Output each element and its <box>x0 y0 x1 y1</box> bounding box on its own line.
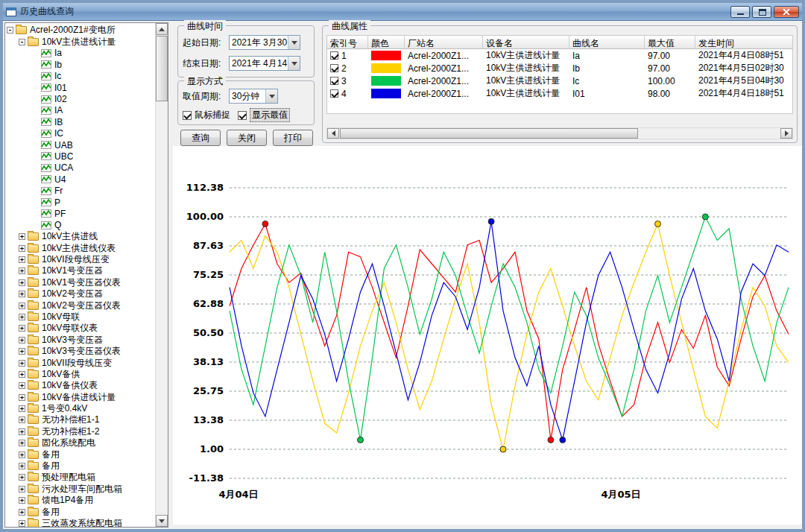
tree-item[interactable]: P <box>7 197 154 208</box>
table-row[interactable]: 3Acrel-2000Z1...10kV主供进线计量Ic100.002021年4… <box>327 75 792 87</box>
tree-item[interactable]: +10kV1号变压器仪表 <box>7 277 154 288</box>
expand-icon[interactable]: + <box>19 337 25 343</box>
expand-icon[interactable]: + <box>19 371 25 378</box>
table-hscrollbar-thumb[interactable] <box>340 128 638 139</box>
collapse-icon[interactable]: - <box>7 27 13 34</box>
show-extremes-checkbox[interactable]: 显示最值 <box>238 108 290 122</box>
tree-item[interactable]: +1号变0.4kV <box>7 403 154 414</box>
print-button[interactable]: 打印 <box>273 130 313 146</box>
row-checkbox[interactable] <box>330 77 338 85</box>
tree-item[interactable]: Ib <box>7 59 154 70</box>
column-header-2[interactable]: 颜色 <box>368 36 405 48</box>
tree-item[interactable]: +10kV主供进线 <box>7 231 154 242</box>
scroll-up-button[interactable] <box>156 23 168 35</box>
tree-item[interactable]: +10kV2号变压器 <box>7 288 154 300</box>
query-button[interactable]: 查询 <box>180 130 221 146</box>
scroll-left-button[interactable] <box>327 128 339 139</box>
expand-icon[interactable]: + <box>19 474 25 481</box>
tree-item[interactable]: +10kV备供进线计量 <box>7 392 154 403</box>
tree-item[interactable]: +10kV母联仪表 <box>7 323 154 334</box>
tree-item[interactable]: +无功补偿柜1-2 <box>7 426 154 437</box>
expand-icon[interactable]: + <box>19 394 25 401</box>
expand-icon[interactable]: + <box>19 463 25 469</box>
expand-icon[interactable]: + <box>19 245 25 252</box>
period-combo[interactable]: 30分钟 <box>229 89 278 104</box>
tree-item[interactable]: +10kV2号变压器仪表 <box>7 300 154 311</box>
tree-item[interactable]: Fr <box>7 185 154 196</box>
row-checkbox[interactable] <box>330 51 338 60</box>
tree-item[interactable]: +预处理配电箱 <box>7 472 154 483</box>
minimize-button[interactable] <box>730 6 750 18</box>
start-date-combo[interactable]: 2021年 3月30 <box>229 35 300 50</box>
tree-item[interactable]: IA <box>7 105 154 116</box>
tree-item[interactable]: +10kV3号变压器 <box>7 335 154 346</box>
expand-icon[interactable]: + <box>19 314 25 320</box>
close-dialog-button[interactable]: 关闭 <box>227 130 267 146</box>
tree-item[interactable]: +馈电1P4备用 <box>7 495 154 506</box>
end-date-combo[interactable]: 2021年 4月14 <box>229 56 300 71</box>
expand-icon[interactable]: + <box>19 279 25 286</box>
expand-icon[interactable]: + <box>19 428 25 435</box>
close-button[interactable] <box>774 6 799 18</box>
start-date-dropdown-button[interactable] <box>288 36 300 49</box>
tree-item[interactable]: I01 <box>7 82 154 93</box>
row-checkbox[interactable] <box>330 89 338 98</box>
tree-item[interactable]: -10kV主供进线计量 <box>7 36 154 47</box>
tree-item[interactable]: I02 <box>7 93 154 104</box>
tree-item[interactable]: +10kV1号变压器 <box>7 265 154 276</box>
expand-icon[interactable]: + <box>19 486 25 493</box>
tree-item[interactable]: +10kVII段母线压变 <box>7 357 154 368</box>
mouse-capture-checkbox[interactable]: 鼠标捕捉 <box>183 109 230 121</box>
tree-item[interactable]: +备用 <box>7 460 154 472</box>
expand-icon[interactable]: + <box>19 256 25 263</box>
tree-item[interactable]: +三效蒸发系统配电箱 <box>7 518 154 527</box>
tree-item[interactable]: +备用 <box>7 506 154 517</box>
column-header-4[interactable]: 设备名 <box>483 36 569 48</box>
tree-item[interactable]: +10kV备供 <box>7 369 154 380</box>
tree-item[interactable]: +无功补偿柜1-1 <box>7 414 154 425</box>
tree-item[interactable]: +10kVI段母线压变 <box>7 254 154 265</box>
expand-icon[interactable]: + <box>19 497 25 504</box>
table-row[interactable]: 1Acrel-2000Z1...10kV主供进线计量Ia97.002021年4月… <box>327 49 792 62</box>
expand-icon[interactable]: + <box>19 382 25 389</box>
tree-item[interactable]: +10kV3号变压器仪表 <box>7 346 154 357</box>
tree-item[interactable]: PF <box>7 208 154 219</box>
tree-item[interactable]: Q <box>7 220 154 231</box>
expand-icon[interactable]: + <box>19 233 25 240</box>
table-hscrollbar[interactable] <box>326 127 793 139</box>
table-row[interactable]: 4Acrel-2000Z1...10kV主供进线计量I0198.002021年4… <box>327 87 792 100</box>
column-header-3[interactable]: 厂站名 <box>405 36 483 48</box>
end-date-dropdown-button[interactable] <box>288 57 300 70</box>
table-row[interactable]: 2Acrel-2000Z1...10kV主供进线计量Ib97.002021年4月… <box>327 62 792 75</box>
expand-icon[interactable]: + <box>19 509 25 516</box>
expand-icon[interactable]: + <box>19 520 25 527</box>
column-header-5[interactable]: 曲线名 <box>569 36 645 48</box>
tree-item[interactable]: +10kV母联 <box>7 311 154 323</box>
scroll-down-button[interactable] <box>156 515 168 527</box>
tree-item[interactable]: UCA <box>7 162 154 174</box>
expand-icon[interactable]: + <box>19 325 25 332</box>
tree-item[interactable]: U4 <box>7 174 154 185</box>
tree-item[interactable]: Ia <box>7 48 154 59</box>
tree-item[interactable]: UAB <box>7 139 154 151</box>
period-dropdown-button[interactable] <box>265 89 277 103</box>
expand-icon[interactable]: + <box>19 348 25 355</box>
tree-item[interactable]: UBC <box>7 151 154 162</box>
expand-icon[interactable]: + <box>19 303 25 309</box>
scroll-right-button[interactable] <box>780 128 792 139</box>
column-header-1[interactable]: 索引号 <box>327 36 368 48</box>
collapse-icon[interactable]: - <box>19 39 25 45</box>
tree-item[interactable]: -Acrel-2000Z1#变电所 <box>7 25 154 36</box>
titlebar[interactable]: 历史曲线查询 <box>3 3 802 21</box>
tree-scrollbar-thumb[interactable] <box>156 36 168 101</box>
tree-item[interactable]: +污水处理车间配电箱 <box>7 484 154 495</box>
row-checkbox[interactable] <box>330 64 338 72</box>
expand-icon[interactable]: + <box>19 267 25 274</box>
tree-item[interactable]: +10kV备供仪表 <box>7 380 154 391</box>
maximize-button[interactable] <box>752 6 771 18</box>
column-header-6[interactable]: 最大值 <box>645 36 695 48</box>
column-header-7[interactable]: 发生时间 <box>695 36 793 48</box>
expand-icon[interactable]: + <box>19 440 25 446</box>
expand-icon[interactable]: + <box>19 417 25 423</box>
tree-item[interactable]: IB <box>7 116 154 127</box>
